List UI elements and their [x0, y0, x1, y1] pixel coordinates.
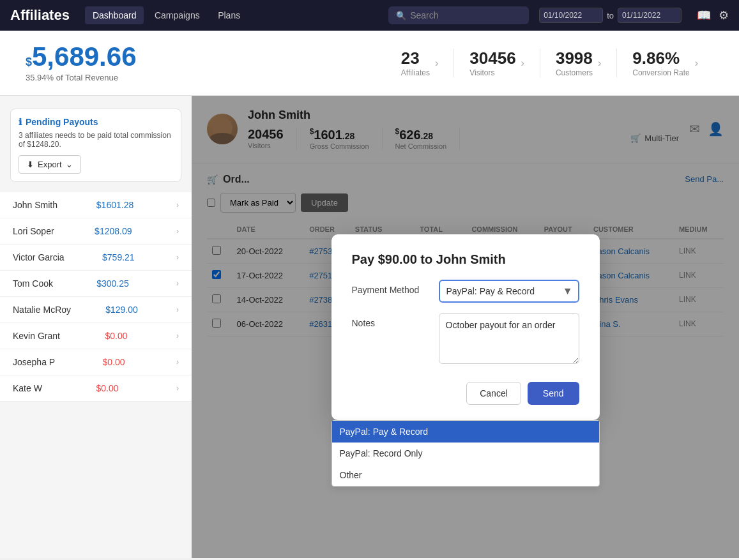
dropdown-item-paypal-pay[interactable]: PayPal: Pay & Record	[332, 421, 599, 443]
search-box: 🔍	[388, 6, 529, 24]
main-stat: $5,689.66 35.94% of Total Revenue	[26, 43, 137, 82]
affiliate-row-chevron: ›	[176, 227, 179, 236]
affiliate-row[interactable]: Kevin Grant $0.00 ›	[0, 323, 192, 349]
header: Affiliates Dashboard Campaigns Plans 🔍 t…	[0, 0, 739, 31]
affiliate-list: John Smith $1601.28 › Lori Soper $1208.0…	[0, 192, 192, 402]
info-icon: ℹ	[19, 117, 22, 127]
affiliate-name: Kate W	[13, 383, 42, 393]
main-nav: Dashboard Campaigns Plans	[85, 6, 248, 24]
payment-method-row: Payment Method PayPal: Pay & Record PayP…	[352, 280, 579, 303]
affiliate-name: John Smith	[13, 200, 57, 210]
stats-bar: $5,689.66 35.94% of Total Revenue 23 Aff…	[0, 31, 739, 96]
nav-campaigns[interactable]: Campaigns	[147, 6, 208, 24]
sidebar: ℹ Pending Payouts 3 affiliates needs to …	[0, 96, 192, 558]
stat-customers-label: Customers	[556, 68, 593, 77]
stat-visitors-num: 30456	[469, 49, 515, 68]
payment-modal: Pay $90.00 to John Smith Payment Method …	[331, 234, 600, 420]
pending-title: ℹ Pending Payouts	[19, 117, 173, 127]
affiliate-row[interactable]: Tom Cook $300.25 ›	[0, 271, 192, 297]
affiliate-amount: $0.00	[96, 383, 118, 393]
affiliate-amount: $759.21	[102, 252, 135, 262]
affiliate-amount: $0.00	[103, 357, 125, 367]
nav-dashboard[interactable]: Dashboard	[85, 6, 144, 24]
dropdown-item-other[interactable]: Other	[332, 464, 599, 486]
payment-dropdown-list: PayPal: Pay & Record PayPal: Record Only…	[331, 420, 600, 487]
stats-right: 23 Affiliates › 30456 Visitors › 3998 Cu…	[386, 49, 713, 77]
affiliate-name: Kevin Grant	[13, 331, 60, 341]
affiliate-row-chevron: ›	[176, 201, 179, 209]
payment-method-label: Payment Method	[352, 280, 429, 295]
affiliate-name: Tom Cook	[13, 278, 53, 289]
export-label: Export	[38, 160, 62, 169]
export-button[interactable]: ⬇ Export ⌄	[19, 155, 81, 174]
notes-label: Notes	[352, 313, 429, 328]
affiliate-name: Victor Garcia	[13, 252, 65, 262]
affiliate-row[interactable]: Natalie McRoy $129.00 ›	[0, 297, 192, 323]
modal-overlay: Pay $90.00 to John Smith Payment Method …	[192, 96, 739, 558]
modal-actions: Cancel Send	[352, 382, 579, 405]
affiliate-amount: $0.00	[105, 331, 127, 341]
search-icon: 🔍	[396, 11, 406, 20]
pending-payout-box: ℹ Pending Payouts 3 affiliates needs to …	[10, 109, 181, 182]
affiliate-name: Lori Soper	[13, 226, 54, 236]
modal-title: Pay $90.00 to John Smith	[352, 252, 579, 267]
main-panel: John Smith 20456 Visitors $1601.28 Gross…	[192, 96, 739, 558]
affiliate-name: Josepha P	[13, 357, 55, 367]
affiliate-row-chevron: ›	[176, 253, 179, 262]
logo: Affiliates	[10, 7, 70, 24]
affiliate-row[interactable]: Victor Garcia $759.21 ›	[0, 245, 192, 271]
stat-customers-chevron: ›	[598, 57, 601, 69]
affiliate-row[interactable]: Kate W $0.00 ›	[0, 375, 192, 402]
book-icon[interactable]: 📖	[697, 8, 711, 22]
affiliate-row-chevron: ›	[176, 305, 179, 314]
payment-method-field: PayPal: Pay & Record PayPal: Record Only…	[439, 280, 579, 303]
main-stat-subtitle: 35.94% of Total Revenue	[26, 73, 137, 82]
stat-affiliates-label: Affiliates	[401, 68, 430, 77]
stat-affiliates[interactable]: 23 Affiliates ›	[386, 49, 454, 77]
main-amount: 5,689.66	[32, 42, 137, 72]
stat-affiliates-num: 23	[401, 49, 430, 68]
date-to-input[interactable]	[618, 8, 682, 23]
settings-icon[interactable]: ⚙	[719, 8, 729, 22]
affiliate-row-chevron: ›	[176, 358, 179, 367]
dropdown-item-paypal-record[interactable]: PayPal: Record Only	[332, 443, 599, 464]
affiliate-row-chevron: ›	[176, 279, 179, 288]
header-icons: 📖 ⚙	[697, 8, 729, 22]
stat-visitors-chevron: ›	[521, 57, 524, 69]
date-to-label: to	[607, 11, 614, 20]
stat-customers[interactable]: 3998 Customers ›	[540, 49, 617, 77]
pending-desc: 3 affiliates needs to be paid total comm…	[19, 131, 173, 149]
export-chevron-icon: ⌄	[66, 160, 73, 169]
date-from-input[interactable]	[539, 8, 603, 23]
cancel-button[interactable]: Cancel	[466, 382, 521, 405]
stat-conversion[interactable]: 9.86% Conversion Rate ›	[617, 49, 713, 77]
stat-conversion-num: 9.86%	[632, 49, 689, 68]
stat-conversion-label: Conversion Rate	[632, 68, 689, 77]
affiliate-amount: $1601.28	[96, 200, 133, 210]
stat-customers-num: 3998	[556, 49, 593, 68]
date-range: to	[539, 8, 682, 23]
affiliate-amount: $300.25	[96, 278, 129, 289]
send-button[interactable]: Send	[528, 382, 579, 405]
stat-visitors[interactable]: 30456 Visitors ›	[454, 49, 540, 77]
nav-plans[interactable]: Plans	[210, 6, 248, 24]
stat-affiliates-chevron: ›	[435, 57, 438, 69]
affiliate-name: Natalie McRoy	[13, 305, 71, 315]
notes-row: Notes October payout for an order	[352, 313, 579, 367]
affiliate-row-chevron: ›	[176, 384, 179, 393]
export-icon: ⬇	[27, 160, 34, 169]
affiliate-amount: $1208.09	[95, 226, 132, 236]
pending-title-text: Pending Payouts	[26, 117, 98, 127]
payment-select-wrap: PayPal: Pay & Record PayPal: Record Only…	[439, 280, 579, 303]
payment-method-select[interactable]: PayPal: Pay & Record PayPal: Record Only…	[439, 280, 579, 303]
content-area: ℹ Pending Payouts 3 affiliates needs to …	[0, 96, 739, 558]
affiliate-row[interactable]: Josepha P $0.00 ›	[0, 349, 192, 375]
affiliate-row[interactable]: John Smith $1601.28 ›	[0, 192, 192, 218]
notes-field: October payout for an order	[439, 313, 579, 367]
currency-symbol: $	[26, 56, 32, 68]
search-input[interactable]	[410, 10, 521, 20]
affiliate-row-chevron: ›	[176, 331, 179, 340]
affiliate-row[interactable]: Lori Soper $1208.09 ›	[0, 218, 192, 245]
notes-textarea[interactable]: October payout for an order	[439, 313, 579, 364]
affiliate-amount: $129.00	[105, 305, 138, 315]
